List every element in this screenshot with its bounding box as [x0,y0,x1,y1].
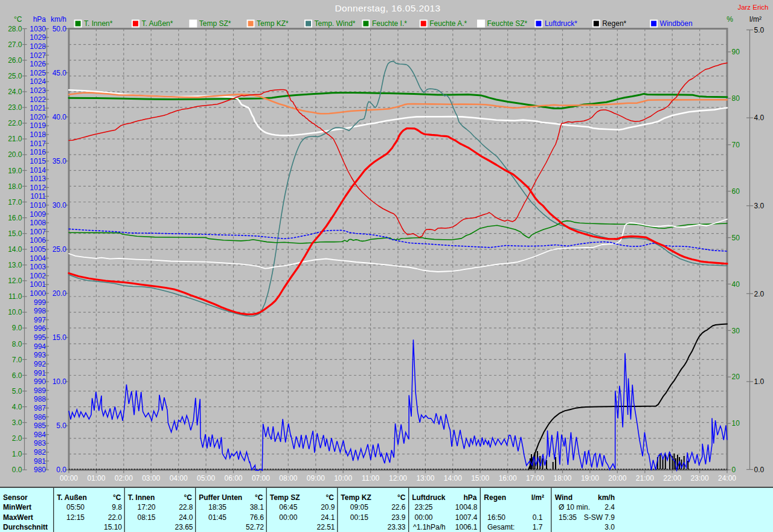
svg-text:Luftdruck: Luftdruck [412,493,446,502]
svg-text:10: 10 [732,419,740,428]
svg-text:1022: 1022 [30,95,46,104]
svg-text:Regen*: Regen* [602,19,626,28]
svg-text:45.0: 45.0 [53,69,67,77]
svg-text:06:00: 06:00 [224,474,242,482]
svg-text:^1.1hPa/h: ^1.1hPa/h [413,523,446,531]
svg-text:1005: 1005 [30,245,46,254]
svg-text:12:00: 12:00 [389,474,407,482]
svg-text:981: 981 [34,457,46,466]
svg-text:1003: 1003 [30,263,46,271]
svg-text:999: 999 [34,298,46,307]
svg-text:08:15: 08:15 [138,513,156,522]
svg-text:17.0: 17.0 [8,198,22,207]
svg-text:05:00: 05:00 [197,474,215,482]
svg-text:Windböen: Windböen [660,19,693,28]
svg-text:16.0: 16.0 [8,214,22,222]
svg-text:24.1: 24.1 [321,513,335,522]
svg-text:15:35: 15:35 [559,513,577,522]
svg-text:07:00: 07:00 [252,474,270,482]
svg-text:1013: 1013 [30,175,46,183]
svg-text:11.0: 11.0 [8,292,22,301]
svg-text:50: 50 [732,234,740,242]
svg-text:Regen: Regen [484,493,506,502]
svg-text:1015: 1015 [30,157,46,165]
svg-text:23.33: 23.33 [387,523,405,531]
svg-text:4.0: 4.0 [754,114,765,122]
svg-text:1028: 1028 [30,42,46,51]
svg-text:990: 990 [34,377,46,386]
svg-text:20.9: 20.9 [321,503,335,511]
svg-text:S-SW 7.9: S-SW 7.9 [584,513,615,522]
svg-text:00:15: 00:15 [350,513,368,522]
svg-text:3.0: 3.0 [754,202,765,210]
svg-text:23:00: 23:00 [691,474,709,482]
svg-text:24.0: 24.0 [179,513,193,522]
svg-text:19:00: 19:00 [581,474,599,482]
svg-text:0.0: 0.0 [754,466,765,474]
svg-text:1026: 1026 [30,60,46,68]
svg-text:15.0: 15.0 [8,229,22,238]
svg-text:5.0: 5.0 [754,26,765,34]
svg-text:18:35: 18:35 [208,503,226,511]
svg-text:Donnerstag, 16.05.2013: Donnerstag, 16.05.2013 [335,3,440,13]
svg-text:23.0: 23.0 [8,103,22,112]
svg-text:1008: 1008 [30,219,46,227]
svg-text:Temp KZ*: Temp KZ* [257,19,289,28]
svg-text:24.0: 24.0 [8,88,22,96]
svg-text:989: 989 [34,386,46,395]
svg-text:35.0: 35.0 [53,157,67,165]
svg-text:1027: 1027 [30,51,46,60]
svg-text:70: 70 [732,141,740,149]
svg-text:38.1: 38.1 [250,503,265,511]
svg-text:985: 985 [34,421,46,430]
svg-text:1.7: 1.7 [533,523,543,531]
svg-text:25.0: 25.0 [8,72,22,80]
svg-text:40.0: 40.0 [53,113,67,121]
svg-text:15.10: 15.10 [104,523,122,531]
svg-text:22.0: 22.0 [108,513,123,522]
svg-text:05:50: 05:50 [66,503,85,511]
svg-text:13:00: 13:00 [416,474,434,482]
svg-text:21.0: 21.0 [8,135,22,143]
svg-text:1017: 1017 [30,139,46,148]
svg-text:°C: °C [113,493,121,502]
svg-text:%: % [726,15,733,24]
svg-text:09:00: 09:00 [307,474,325,482]
svg-text:km/h: km/h [51,15,66,24]
svg-text:06:45: 06:45 [279,503,297,511]
svg-text:2.4: 2.4 [605,503,615,511]
svg-text:1024: 1024 [30,77,46,86]
svg-text:01:45: 01:45 [208,513,226,522]
svg-text:1010: 1010 [30,201,46,210]
svg-text:00:00: 00:00 [415,513,433,522]
svg-text:994: 994 [34,342,46,351]
svg-text:996: 996 [34,324,46,333]
svg-text:25.0: 25.0 [53,245,67,254]
svg-text:80: 80 [732,94,740,103]
svg-text:10.0: 10.0 [53,377,67,386]
svg-text:30.0: 30.0 [53,201,67,210]
svg-text:17:20: 17:20 [138,503,156,511]
svg-text:980: 980 [34,466,46,474]
svg-text:Temp. Wind*: Temp. Wind* [315,19,356,28]
svg-text:02:00: 02:00 [115,474,133,482]
svg-text:9.8: 9.8 [112,503,122,511]
svg-text:12.0: 12.0 [8,277,22,285]
svg-text:10.0: 10.0 [8,308,22,316]
svg-text:1002: 1002 [30,272,46,280]
svg-text:40: 40 [732,280,740,289]
svg-text:30: 30 [732,327,740,335]
svg-text:20: 20 [732,373,740,381]
svg-text:1019: 1019 [30,121,46,130]
svg-text:992: 992 [34,360,46,368]
svg-text:T. Außen: T. Außen [57,493,87,502]
svg-text:Gesamt:: Gesamt: [487,523,515,531]
svg-text:8.0: 8.0 [12,340,22,348]
svg-text:23.65: 23.65 [175,523,193,531]
svg-text:90: 90 [732,48,740,56]
svg-text:09:05: 09:05 [350,503,368,511]
svg-text:°C: °C [326,493,335,502]
svg-text:Temp SZ*: Temp SZ* [199,19,231,28]
svg-text:km/h: km/h [598,493,615,502]
svg-text:15.0: 15.0 [53,333,67,342]
